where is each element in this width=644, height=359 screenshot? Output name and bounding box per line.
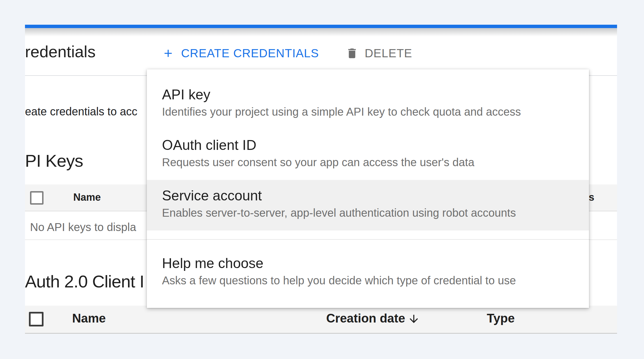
oauth-clients-heading: Auth 2.0 Client I <box>25 271 144 292</box>
select-all-oauth-clients-checkbox[interactable] <box>29 312 44 326</box>
menu-item-description: Identifies your project using a simple A… <box>162 104 574 120</box>
menu-item-description: Requests user consent so your app can ac… <box>162 154 574 170</box>
intro-text: eate credentials to acc <box>25 104 137 119</box>
menu-item-description: Enables server-to-server, app-level auth… <box>162 205 574 221</box>
api-keys-clipped-column-header: s <box>589 191 594 203</box>
menu-item-title: Help me choose <box>162 254 574 272</box>
menu-item-api-key[interactable]: API key Identifies your project using a … <box>147 79 589 129</box>
credentials-page: redentials CREATE CREDENTIALS DELETE eat… <box>0 0 644 359</box>
menu-item-service-account[interactable]: Service account Enables server-to-server… <box>147 180 589 230</box>
menu-item-title: Service account <box>162 187 574 205</box>
menu-item-help-me-choose[interactable]: Help me choose Asks a few questions to h… <box>147 248 589 298</box>
api-keys-heading: PI Keys <box>25 150 83 171</box>
top-accent-bar <box>25 25 617 28</box>
page-title: redentials <box>25 42 95 61</box>
oauth-creation-date-column-header[interactable]: Creation date <box>326 311 405 325</box>
menu-divider <box>147 239 589 240</box>
oauth-clients-table-header: Name Creation date Type <box>25 306 617 334</box>
select-all-api-keys-checkbox[interactable] <box>30 191 44 205</box>
create-credentials-label: CREATE CREDENTIALS <box>181 47 319 60</box>
api-keys-empty-message: No API keys to displa <box>30 219 136 235</box>
oauth-type-column-header[interactable]: Type <box>487 311 515 325</box>
plus-icon <box>162 47 174 60</box>
create-credentials-menu: API key Identifies your project using a … <box>147 69 589 308</box>
create-credentials-button[interactable]: CREATE CREDENTIALS <box>162 45 319 61</box>
oauth-name-column-header[interactable]: Name <box>72 311 106 325</box>
delete-button[interactable]: DELETE <box>346 45 412 61</box>
trash-icon <box>346 47 358 60</box>
api-keys-name-column-header[interactable]: Name <box>73 191 101 203</box>
menu-item-description: Asks a few questions to help you decide … <box>162 272 574 289</box>
sort-descending-icon[interactable] <box>408 313 420 325</box>
menu-item-title: OAuth client ID <box>162 136 574 154</box>
header-shadow <box>25 28 617 36</box>
delete-label: DELETE <box>365 47 412 60</box>
menu-item-title: API key <box>162 86 574 104</box>
menu-item-oauth-client-id[interactable]: OAuth client ID Requests user consent so… <box>147 129 589 180</box>
